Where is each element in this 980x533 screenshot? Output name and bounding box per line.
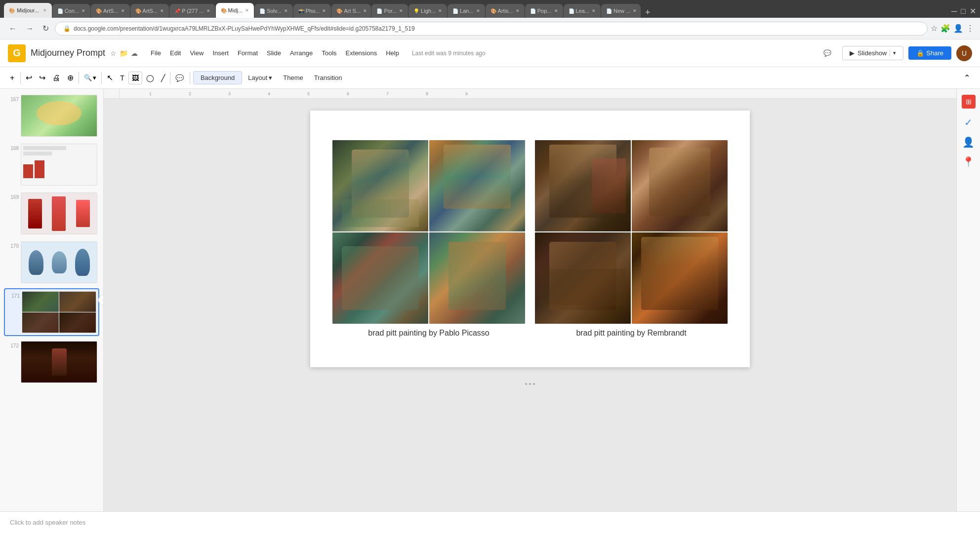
lock-small-icon: 🔒 <box>916 49 924 57</box>
browser-tab-sol[interactable]: 📄Solv...✕ <box>254 4 293 18</box>
toolbar-background-button[interactable]: Background <box>193 71 242 84</box>
menu-slide[interactable]: Slide <box>263 47 285 59</box>
slide-item-170[interactable]: 170 <box>4 239 99 285</box>
browser-tab-lig[interactable]: 💡Ligh...✕ <box>408 4 447 18</box>
new-tab-button[interactable]: + <box>641 7 654 18</box>
browser-tab-pin[interactable]: 📌P (277 ...✕ <box>169 4 215 18</box>
user-avatar[interactable]: U <box>956 45 972 61</box>
cloud-icon[interactable]: ☁ <box>131 49 138 57</box>
toolbar-redo-button[interactable]: ↪ <box>36 71 48 84</box>
menu-file[interactable]: File <box>147 47 165 59</box>
browser-tab-lea[interactable]: 📄Lea...✕ <box>564 4 601 18</box>
browser-tab-art1[interactable]: 🎨ArtS...✕ <box>91 4 130 18</box>
browser-tab-new[interactable]: 📄New ...✕ <box>601 4 641 18</box>
slide-number-168: 168 <box>6 144 19 151</box>
browser-tab-pop[interactable]: 📄Pop...✕ <box>525 4 563 18</box>
menu-tools[interactable]: Tools <box>318 47 340 59</box>
maximize-icon[interactable]: □ <box>961 7 966 16</box>
browser-tab-por[interactable]: 📄Por...✕ <box>371 4 408 18</box>
folder-icon[interactable]: 📁 <box>120 49 128 57</box>
toolbar: + ↩ ↪ 🖨 ⊕ 🔍▾ ↖ T 🖼 ◯ ╱ 💬 Background Layo… <box>0 67 980 89</box>
app-title: Midjourney Prompt <box>31 48 105 58</box>
menu-insert[interactable]: Insert <box>208 47 233 59</box>
right-panel: ⊞ ✓ 👤 📍 <box>956 89 980 511</box>
toolbar-layout-button[interactable]: Layout▾ <box>243 72 277 84</box>
rembrandt-img-tr <box>632 140 728 231</box>
rembrandt-img-br <box>632 232 728 324</box>
menu-arrange[interactable]: Arrange <box>286 47 317 59</box>
right-panel-icon-1[interactable]: ⊞ <box>962 95 976 109</box>
menu-extensions[interactable]: Extensions <box>342 47 381 59</box>
slide-item-171[interactable]: 171 <box>4 288 99 336</box>
bookmark-icon[interactable]: ☆ <box>931 24 938 33</box>
rembrandt-img-bl <box>535 232 631 324</box>
address-bar[interactable]: 🔒 docs.google.com/presentation/d/1wugxrc… <box>55 22 928 36</box>
forward-button[interactable]: → <box>23 22 37 35</box>
browser-tab-art3[interactable]: 🎨Art S...✕ <box>331 4 371 18</box>
toolbar-undo-button[interactable]: ↩ <box>23 71 35 84</box>
canvas-area: 1 2 3 4 5 6 7 8 9 <box>104 89 956 511</box>
profile-icon[interactable]: 👤 <box>953 24 963 33</box>
toolbar-comment-button[interactable]: 💬 <box>172 72 187 84</box>
reload-button[interactable]: ↻ <box>40 22 52 35</box>
star-icon[interactable]: ☆ <box>110 49 117 57</box>
menu-view[interactable]: View <box>186 47 207 59</box>
browser-tab-pho[interactable]: 📸Pho...✕ <box>293 4 331 18</box>
slide-thumb-171 <box>22 291 96 333</box>
slide-canvas[interactable]: brad pitt painting by Pablo Picasso <box>310 111 750 367</box>
toolbar-zoom-button[interactable]: 🔍▾ <box>81 72 99 83</box>
toolbar-textbox-button[interactable]: T <box>117 72 127 84</box>
menu-format[interactable]: Format <box>234 47 262 59</box>
slide-item-172[interactable]: 172 <box>4 339 99 385</box>
slides-panel: 167 168 169 <box>0 89 104 511</box>
slide-item-168[interactable]: 168 <box>4 142 99 188</box>
minimize-icon[interactable]: ─ <box>951 7 957 16</box>
slide-thumb-167 <box>21 95 97 137</box>
header-right: 💬 ▶ Slideshow ▾ 🔒 Share U <box>817 45 972 61</box>
toolbar-theme-button[interactable]: Theme <box>278 72 308 84</box>
right-panel-icon-4[interactable]: 📍 <box>962 156 975 168</box>
dot-2 <box>529 383 531 385</box>
browser-tab-mid1[interactable]: 🎨Midjour...✕ <box>4 3 52 18</box>
toolbar-transition-button[interactable]: Transition <box>309 72 347 84</box>
toolbar-line-button[interactable]: ╱ <box>158 72 168 84</box>
menu-edit[interactable]: Edit <box>166 47 185 59</box>
slide-thumb-169 <box>21 192 97 234</box>
picasso-image-grid <box>332 140 525 324</box>
toolbar-add-button[interactable]: + <box>6 72 18 84</box>
toolbar-print-button[interactable]: 🖨 <box>49 72 63 84</box>
extension-icon[interactable]: 🧩 <box>940 24 950 33</box>
slide-item-169[interactable]: 169 <box>4 190 99 236</box>
picasso-caption: brad pitt painting by Pablo Picasso <box>368 329 489 338</box>
speaker-notes-area[interactable]: Click to add speaker notes <box>0 511 980 533</box>
menu-help[interactable]: Help <box>382 47 403 59</box>
browser-tab-art2[interactable]: 🎨ArtS...✕ <box>130 4 169 18</box>
toolbar-image-button[interactable]: 🖼 <box>128 72 142 84</box>
picasso-img-tr <box>429 140 525 231</box>
slide-content: brad pitt painting by Pablo Picasso <box>318 140 742 338</box>
share-button[interactable]: 🔒 Share <box>908 46 951 60</box>
back-button[interactable]: ← <box>6 22 20 35</box>
picasso-img-tl <box>332 140 428 231</box>
toolbar-format-button[interactable]: ⊕ <box>64 71 77 84</box>
browser-tab-con[interactable]: 📄Con...✕ <box>52 4 90 18</box>
slide-item-167[interactable]: 167 <box>4 93 99 139</box>
browser-tab-art4[interactable]: 🎨Artis...✕ <box>486 4 525 18</box>
toolbar-collapse-button[interactable]: ⌃ <box>960 71 974 84</box>
right-panel-icon-3[interactable]: 👤 <box>962 136 975 148</box>
close-icon[interactable]: ✕ <box>970 6 976 16</box>
dot-3 <box>533 383 535 385</box>
more-icon[interactable]: ⋮ <box>966 24 974 33</box>
app-logo: G <box>8 44 26 62</box>
slideshow-dropdown-arrow[interactable]: ▾ <box>890 50 896 56</box>
zoom-icon: 🔍 <box>84 74 92 81</box>
slideshow-button[interactable]: ▶ Slideshow ▾ <box>842 46 903 60</box>
right-panel-icon-2[interactable]: ✓ <box>964 116 973 128</box>
toolbar-sep1 <box>20 72 21 84</box>
toolbar-shape-button[interactable]: ◯ <box>143 72 157 84</box>
browser-tab-lan[interactable]: 📄Lan...✕ <box>448 4 485 18</box>
browser-tab-mid2-active[interactable]: 🎨Midj...✕ <box>216 3 254 18</box>
toolbar-cursor-button[interactable]: ↖ <box>104 71 116 84</box>
slide-section-rembrandt: brad pitt painting by Rembrandt <box>535 140 728 338</box>
comments-button[interactable]: 💬 <box>817 46 837 60</box>
